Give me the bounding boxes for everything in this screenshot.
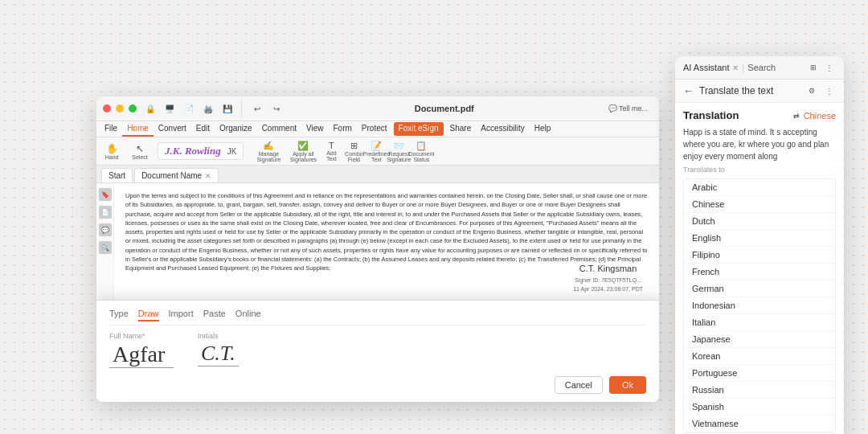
menu-esign[interactable]: Foxit eSign <box>394 122 444 136</box>
lang-russian[interactable]: Russian <box>684 382 835 399</box>
main-toolbar: ✋ Hand ↖ Select J.K. Rowling JK ✍ Manage… <box>96 137 659 166</box>
document-body-text: Upon the terms and subject to the condit… <box>125 191 648 272</box>
signer-info-block: C.T. Kingsman Signer ID: 7E5QTF5TLQ... 1… <box>573 262 643 294</box>
lang-dutch[interactable]: Dutch <box>684 213 835 230</box>
undo-btn[interactable]: ↩ <box>248 100 266 117</box>
redo-btn[interactable]: ↪ <box>268 100 285 117</box>
sig-tab-import[interactable]: Import <box>169 309 194 321</box>
document-window: 🔒 🖥️ 📄 🖨️ 💾 ↩ ↪ Document.pdf 💬 Tell me..… <box>96 96 659 402</box>
lang-chinese[interactable]: Chinese <box>684 196 835 213</box>
request-signature-btn[interactable]: 📨 Request Signature <box>390 140 407 162</box>
translates-to-label: Translates to <box>683 166 836 174</box>
sig-toolbar-buttons: ✍ Manage Signature ✅ Apply all Signature… <box>253 140 430 162</box>
minimize-btn[interactable] <box>116 104 124 113</box>
menu-organize[interactable]: Organize <box>215 121 257 137</box>
lang-japanese[interactable]: Japanese <box>684 331 835 348</box>
signature-name-input[interactable]: J.K. Rowling JK <box>158 142 244 160</box>
menu-protect[interactable]: Protect <box>357 121 392 137</box>
maximize-btn[interactable] <box>129 104 137 113</box>
toolbar-icon-4[interactable]: 🖨️ <box>199 100 217 117</box>
start-tab[interactable]: Start <box>101 168 133 182</box>
menu-convert[interactable]: Convert <box>154 121 191 137</box>
hand-tool[interactable]: ✋ Hand <box>101 140 122 162</box>
ok-signature-button[interactable]: Ok <box>609 376 646 394</box>
close-btn[interactable] <box>103 104 111 113</box>
translate-settings-icon[interactable]: ⚙ <box>805 84 818 97</box>
undo-redo-group: ↩ ↪ <box>248 100 285 117</box>
combo-field-btn[interactable]: ⊞ Combo Field <box>345 140 362 162</box>
back-button[interactable]: ← <box>683 84 694 97</box>
ai-tab-close-icon[interactable]: ✕ <box>732 63 739 72</box>
lang-french[interactable]: French <box>684 264 835 280</box>
menu-file[interactable]: File <box>100 121 122 137</box>
ai-assistant-tab[interactable]: AI Assistant <box>683 63 729 72</box>
document-title: Document.pdf <box>290 104 599 113</box>
tab-close-icon[interactable]: ✕ <box>205 172 211 180</box>
lang-portuguese[interactable]: Portuguese <box>684 365 835 382</box>
ai-panel-header: AI Assistant ✕ | Search ⊞ ⋮ <box>675 56 844 80</box>
language-list-container: Arabic Chinese Dutch English Filipino Fr… <box>675 178 844 434</box>
language-selector[interactable]: ⇄ Chinese <box>793 111 836 121</box>
sig-panel-tabs: Type Draw Import Paste Online <box>109 309 646 326</box>
sidebar-icon-comment[interactable]: 💬 <box>99 223 112 236</box>
sig-tab-draw[interactable]: Draw <box>138 309 159 321</box>
document-tab-bar: Start Document Name ✕ <box>96 166 659 183</box>
lang-english[interactable]: English <box>684 230 835 247</box>
translate-text-label: Translate the text <box>699 85 800 96</box>
translate-more-icon[interactable]: ⋮ <box>823 84 836 97</box>
lang-filipino[interactable]: Filipino <box>684 247 835 264</box>
sidebar-icon-page[interactable]: 📄 <box>99 206 112 219</box>
menu-edit[interactable]: Edit <box>191 121 215 137</box>
ai-more-icon[interactable]: ⋮ <box>823 61 836 74</box>
initials-value[interactable]: C.T. <box>198 342 239 366</box>
translation-header: Translation ⇄ Chinese <box>683 109 836 121</box>
menu-share[interactable]: Share <box>445 121 477 137</box>
apply-all-btn[interactable]: ✅ Apply all Signatures <box>289 140 317 162</box>
cancel-signature-button[interactable]: Cancel <box>555 376 603 394</box>
ai-header-icons: ⊞ ⋮ <box>807 61 836 74</box>
sig-tab-paste[interactable]: Paste <box>203 309 226 321</box>
lang-vietnamese[interactable]: Vietnamese <box>684 416 835 432</box>
toolbar-icon-3[interactable]: 📄 <box>180 100 198 117</box>
menu-home[interactable]: Home <box>122 121 154 137</box>
add-text-btn[interactable]: T Add Text <box>322 140 340 162</box>
signer-date: 11 Apr 2024, 23:08:07, PDT <box>573 285 643 294</box>
language-dropdown-list: Arabic Chinese Dutch English Filipino Fr… <box>683 178 836 433</box>
toolbar-icon-2[interactable]: 🖥️ <box>161 100 178 117</box>
document-name-tab[interactable]: Document Name ✕ <box>134 168 219 182</box>
tell-me-btn[interactable]: 💬 Tell me... <box>604 100 653 117</box>
menu-bar: File Home Convert Edit Organize Comment … <box>96 121 659 137</box>
menu-comment[interactable]: Comment <box>257 121 301 137</box>
toolbar-icon-1[interactable]: 🔒 <box>141 100 159 117</box>
translation-input-text: Happ is a state of mind. It s accepting … <box>683 126 836 162</box>
select-tool[interactable]: ↖ Select <box>129 140 151 162</box>
sig-tab-online[interactable]: Online <box>235 309 261 321</box>
lang-italian[interactable]: Italian <box>684 314 835 331</box>
lang-arabic[interactable]: Arabic <box>684 179 835 196</box>
toolbar-icon-5[interactable]: 💾 <box>219 100 236 117</box>
sidebar-icon-search[interactable]: 🔍 <box>99 241 112 254</box>
signer-id: Signer ID: 7E5QTF5TLQ... <box>573 276 643 285</box>
translate-row: ← Translate the text ⚙ ⋮ <box>675 80 844 103</box>
ai-expand-icon[interactable]: ⊞ <box>807 61 820 74</box>
ai-panel: AI Assistant ✕ | Search ⊞ ⋮ ← Translate … <box>675 56 844 434</box>
signature-handwriting-value[interactable]: Agfar <box>109 342 174 368</box>
search-tab[interactable]: Search <box>747 63 776 72</box>
lang-german[interactable]: German <box>684 280 835 297</box>
full-name-field: Full Name* Agfar <box>109 332 174 368</box>
sig-tab-type[interactable]: Type <box>109 309 129 321</box>
menu-form[interactable]: Form <box>329 121 357 137</box>
document-status-btn[interactable]: 📋 Document Status <box>412 140 430 162</box>
signature-initials: JK <box>227 147 237 156</box>
lang-indonesian[interactable]: Indonesian <box>684 297 835 314</box>
signer-name: C.T. Kingsman <box>573 262 643 276</box>
predefined-text-btn[interactable]: 📝 Predefined Text <box>367 140 385 162</box>
lang-korean[interactable]: Korean <box>684 348 835 365</box>
manage-signature-btn[interactable]: ✍ Manage Signature <box>253 140 284 162</box>
menu-view[interactable]: View <box>301 121 329 137</box>
sidebar-icon-bookmark[interactable]: 🔖 <box>99 188 112 201</box>
menu-help[interactable]: Help <box>530 121 556 137</box>
lang-spanish[interactable]: Spanish <box>684 399 835 416</box>
doc-titlebar: 🔒 🖥️ 📄 🖨️ 💾 ↩ ↪ Document.pdf 💬 Tell me..… <box>96 96 659 121</box>
menu-accessibility[interactable]: Accessibility <box>476 121 529 137</box>
